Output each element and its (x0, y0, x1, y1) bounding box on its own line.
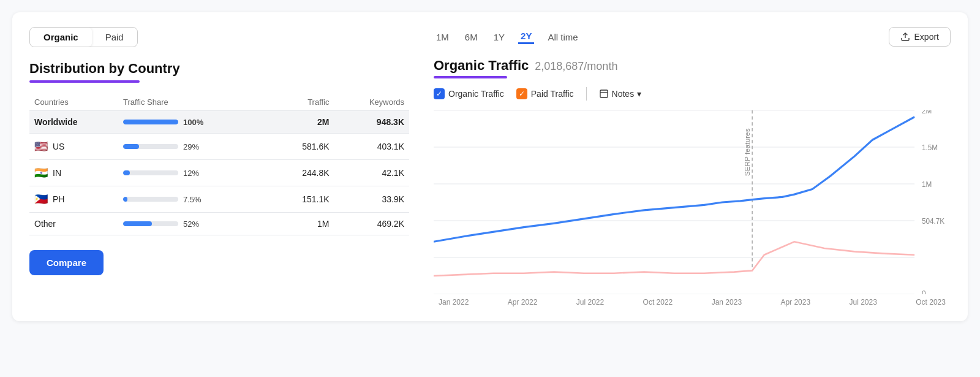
chart-area: 2M 1.5M 1M 504.7K 0 SERP features (434, 110, 951, 294)
country-label: US (53, 142, 64, 151)
chart-title-bar (434, 76, 507, 78)
traffic-value: 151.1K (272, 186, 334, 213)
notes-icon (599, 89, 609, 99)
traffic-share-cell: 7.5% (118, 186, 272, 213)
organic-check-icon: ✓ (434, 88, 445, 99)
traffic-value: 2M (272, 111, 334, 134)
country-name-cell: 🇺🇸 US (29, 134, 118, 160)
x-axis-label: Jul 2022 (576, 298, 604, 307)
traffic-share-cell: 29% (118, 134, 272, 160)
svg-text:SERP features: SERP features (744, 128, 751, 176)
export-button[interactable]: Export (889, 27, 951, 47)
keywords-value: 948.3K (334, 111, 409, 134)
table-row: 🇮🇳 IN 12% 244.8K 42.1K (29, 160, 409, 186)
time-range-row: 1M6M1Y2YAll time Export (434, 27, 951, 47)
svg-text:2M: 2M (922, 110, 932, 115)
tab-organic[interactable]: Organic (30, 28, 92, 47)
bar-fill (123, 144, 139, 149)
svg-text:1M: 1M (922, 180, 932, 189)
legend-organic-label: Organic Traffic (448, 89, 504, 99)
country-name-cell: 🇵🇭 PH (29, 186, 118, 213)
x-axis-label: Jul 2023 (850, 298, 877, 307)
chart-subtitle: 2,018,687/month (535, 60, 617, 73)
time-range-buttons: 1M6M1Y2YAll time (434, 29, 581, 44)
table-row: Worldwide 100% 2M 948.3K (29, 111, 409, 134)
bar-track (123, 144, 178, 149)
x-axis-label: Oct 2023 (916, 298, 946, 307)
bar-fill (123, 170, 130, 175)
notes-button[interactable]: Notes ▾ (599, 89, 642, 99)
svg-text:504.7K: 504.7K (922, 217, 945, 226)
right-panel: 1M6M1Y2YAll time Export Organic Traffic … (434, 27, 951, 307)
bar-fill (123, 197, 127, 202)
legend-organic: ✓ Organic Traffic (434, 88, 504, 99)
compare-button[interactable]: Compare (29, 250, 104, 275)
bar-fill (123, 120, 178, 124)
col-countries: Countries (29, 94, 118, 111)
pct-label: 7.5% (183, 195, 205, 204)
col-keywords: Keywords (334, 94, 409, 111)
keywords-value: 469.2K (334, 213, 409, 235)
pct-label: 52% (183, 219, 205, 229)
svg-text:1.5M: 1.5M (922, 143, 938, 153)
time-range-btn-2y[interactable]: 2Y (518, 29, 534, 44)
chart-svg: 2M 1.5M 1M 504.7K 0 SERP features (434, 110, 951, 294)
traffic-value: 1M (272, 213, 334, 235)
bar-fill (123, 221, 152, 226)
traffic-share-cell: 12% (118, 160, 272, 186)
country-label: PH (53, 194, 64, 204)
svg-text:0: 0 (922, 289, 926, 294)
keywords-value: 42.1K (334, 160, 409, 186)
country-label: Worldwide (34, 117, 78, 127)
time-range-btn-1y[interactable]: 1Y (491, 31, 507, 44)
export-icon (900, 32, 910, 42)
table-row: 🇵🇭 PH 7.5% 151.1K 33.9K (29, 186, 409, 213)
export-label: Export (914, 32, 939, 42)
time-range-btn-all-time[interactable]: All time (545, 31, 580, 44)
bar-track (123, 170, 178, 175)
flag-icon: 🇺🇸 (34, 140, 48, 153)
country-label: IN (53, 168, 61, 178)
x-axis-label: Apr 2022 (508, 298, 538, 307)
bar-track (123, 221, 178, 226)
x-axis-label: Apr 2023 (780, 298, 810, 307)
notes-label: Notes (612, 89, 635, 99)
legend-paid: ✓ Paid Traffic (516, 88, 574, 99)
pct-label: 29% (183, 142, 205, 151)
country-name-cell: Other (29, 213, 118, 235)
flag-icon: 🇮🇳 (34, 166, 48, 180)
x-axis-label: Oct 2022 (643, 298, 673, 307)
legend-row: ✓ Organic Traffic ✓ Paid Traffic Notes ▾ (434, 87, 951, 101)
tab-group: Organic Paid (29, 27, 138, 47)
traffic-share-cell: 100% (118, 111, 272, 134)
svg-rect-1 (600, 90, 608, 97)
country-name-cell: Worldwide (29, 111, 118, 134)
traffic-value: 244.8K (272, 160, 334, 186)
keywords-value: 403.1K (334, 134, 409, 160)
main-container: Organic Paid Distribution by Country Cou… (12, 12, 968, 321)
section-title-bar (29, 80, 140, 83)
country-table: Countries Traffic Share Traffic Keywords… (29, 94, 409, 235)
section-title: Distribution by Country (29, 61, 409, 77)
bar-track (123, 120, 178, 124)
keywords-value: 33.9K (334, 186, 409, 213)
time-range-btn-1m[interactable]: 1M (434, 31, 451, 44)
traffic-value: 581.6K (272, 134, 334, 160)
paid-check-icon: ✓ (516, 88, 527, 99)
traffic-share-cell: 52% (118, 213, 272, 235)
bar-track (123, 197, 178, 202)
pct-label: 100% (183, 118, 205, 127)
table-row: Other 52% 1M 469.2K (29, 213, 409, 235)
col-traffic-share: Traffic Share (118, 94, 272, 111)
chart-title: Organic Traffic (434, 58, 529, 74)
x-axis-label: Jan 2022 (439, 298, 469, 307)
tab-paid[interactable]: Paid (92, 28, 137, 47)
notes-chevron: ▾ (637, 89, 641, 99)
time-range-btn-6m[interactable]: 6M (462, 31, 480, 44)
table-row: 🇺🇸 US 29% 581.6K 403.1K (29, 134, 409, 160)
pct-label: 12% (183, 169, 205, 178)
x-axis-label: Jan 2023 (712, 298, 742, 307)
legend-paid-label: Paid Traffic (531, 89, 574, 99)
chart-header: Organic Traffic 2,018,687/month (434, 58, 951, 74)
country-name-cell: 🇮🇳 IN (29, 160, 118, 186)
